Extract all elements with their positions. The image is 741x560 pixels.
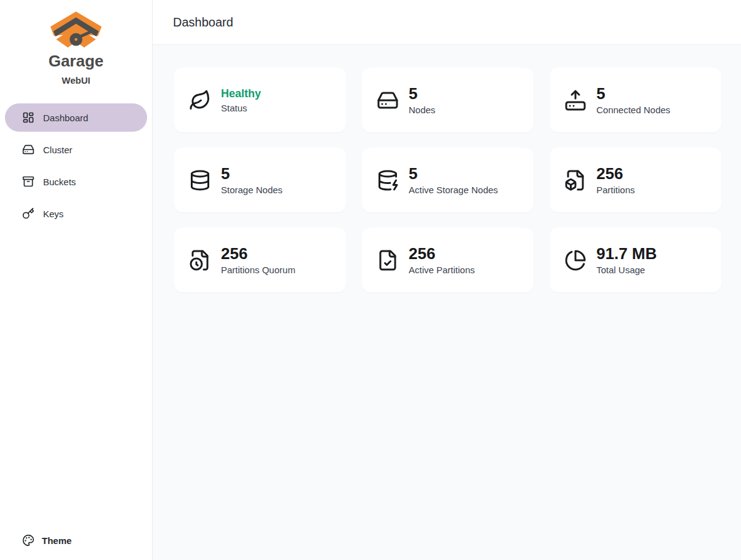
card-connected-nodes: 5 Connected Nodes	[550, 68, 721, 132]
stats-grid: Healthy Status 5 Nodes 5 Con	[153, 45, 741, 292]
sidebar-item-buckets[interactable]: Buckets	[5, 167, 147, 196]
card-label: Status	[221, 103, 261, 113]
topbar: Dashboard	[153, 0, 741, 45]
card-partitions: 256 Partitions	[550, 148, 721, 212]
card-storage-nodes: 5 Storage Nodes	[174, 148, 346, 212]
card-label: Nodes	[409, 105, 435, 115]
database-zap-icon	[377, 169, 399, 191]
key-icon	[22, 207, 34, 220]
card-label: Partitions	[596, 185, 635, 195]
app-title: Garage	[0, 52, 152, 71]
card-label: Active Storage Nodes	[409, 185, 498, 195]
card-value: 5	[221, 165, 282, 183]
card-value: 91.7 MB	[596, 245, 657, 263]
sidebar-item-keys[interactable]: Keys	[5, 199, 147, 228]
sidebar-item-dashboard[interactable]: Dashboard	[5, 103, 147, 132]
file-box-icon	[564, 169, 587, 191]
card-total-usage: 91.7 MB Total Usage	[550, 228, 721, 292]
hard-drive-icon	[22, 143, 34, 156]
card-active-partitions: 256 Active Partitions	[362, 228, 534, 292]
card-value: 256	[221, 245, 295, 263]
card-value: 5	[409, 165, 498, 183]
theme-label: Theme	[42, 535, 71, 546]
palette-icon	[22, 534, 34, 546]
app-subtitle: WebUI	[0, 75, 152, 86]
card-value: Healthy	[221, 87, 261, 101]
hard-drive-upload-icon	[564, 89, 587, 111]
card-status: Healthy Status	[174, 68, 346, 132]
sidebar-item-label: Cluster	[43, 145, 73, 155]
theme-button[interactable]: Theme	[0, 534, 152, 560]
sidebar-item-label: Buckets	[43, 177, 76, 187]
pie-chart-icon	[564, 249, 587, 271]
card-value: 256	[409, 245, 475, 263]
page-title: Dashboard	[173, 15, 233, 30]
sidebar: Garage WebUI Dashboard Cluster Buckets	[0, 0, 153, 560]
archive-icon	[22, 175, 34, 188]
card-nodes: 5 Nodes	[362, 68, 534, 132]
sidebar-item-label: Keys	[43, 209, 63, 219]
leaf-icon	[189, 89, 211, 111]
card-partitions-quorum: 256 Partitions Quorum	[174, 228, 346, 292]
file-check-icon	[377, 249, 399, 271]
database-icon	[189, 169, 211, 191]
card-value: 256	[596, 165, 635, 183]
file-clock-icon	[189, 249, 211, 271]
hard-drive-icon	[377, 89, 399, 111]
card-label: Storage Nodes	[221, 185, 282, 195]
card-label: Connected Nodes	[596, 105, 670, 115]
layout-dashboard-icon	[22, 111, 34, 124]
garage-logo-icon	[50, 10, 102, 49]
sidebar-item-label: Dashboard	[43, 113, 88, 123]
card-label: Partitions Quorum	[221, 265, 295, 275]
sidebar-item-cluster[interactable]: Cluster	[5, 135, 147, 164]
card-value: 5	[596, 85, 670, 103]
sidebar-nav: Dashboard Cluster Buckets Keys	[0, 103, 152, 228]
card-label: Active Partitions	[409, 265, 475, 275]
card-active-storage-nodes: 5 Active Storage Nodes	[362, 148, 534, 212]
card-value: 5	[409, 85, 435, 103]
main-area: Dashboard Healthy Status 5 Nodes	[153, 0, 741, 560]
logo-block: Garage WebUI	[0, 0, 152, 86]
card-label: Total Usage	[596, 265, 657, 275]
